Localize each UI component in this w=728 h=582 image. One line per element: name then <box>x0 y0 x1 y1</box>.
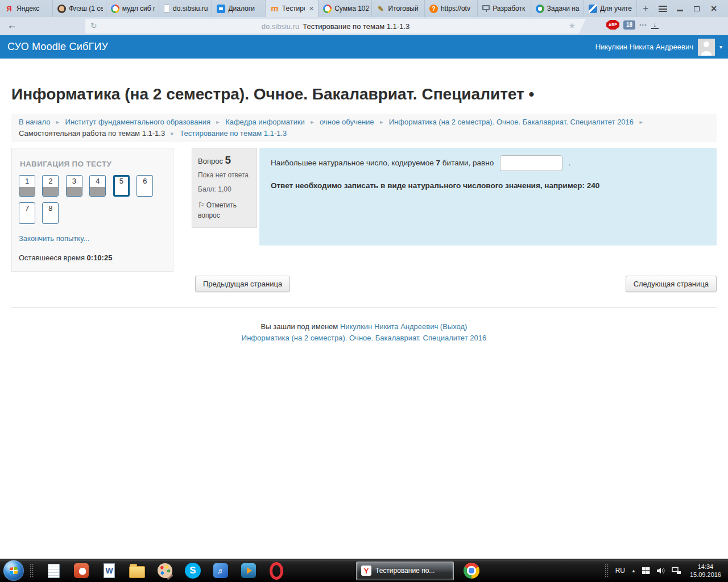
footer-login-line: Вы зашли под именем Никулкин Никита Андр… <box>11 321 717 332</box>
user-name: Никулкин Никита Андреевич <box>595 43 693 51</box>
tab-itogovy[interactable]: Итоговый <box>372 0 425 17</box>
tab-flash[interactable]: Флэш (1 се <box>53 0 106 17</box>
adblock-icon[interactable]: ABP <box>606 20 619 30</box>
show-hidden-icons[interactable]: ▲ <box>631 568 636 573</box>
reload-icon[interactable]: ↻ <box>90 21 97 30</box>
answer-input[interactable] <box>500 155 562 171</box>
taskbar-skype[interactable] <box>184 562 201 579</box>
tab-razrabotka[interactable]: Разработк <box>478 0 531 17</box>
powerpoint-icon <box>74 563 89 578</box>
windows-tray-icon[interactable] <box>642 567 650 574</box>
flag-question-link[interactable]: ⚐Отметить вопрос <box>198 200 251 221</box>
bookmark-star-icon[interactable]: ★ <box>568 21 576 30</box>
teacher-icon <box>589 5 597 13</box>
tab-label: Для учите <box>600 5 634 13</box>
taskbar-media-player[interactable] <box>240 562 257 579</box>
quiz-nav-heading: НАВИГАЦИЯ ПО ТЕСТУ <box>19 155 166 168</box>
quiz-nav-question[interactable]: 6 <box>136 175 153 197</box>
quiz-nav-question[interactable]: 1 <box>19 175 35 197</box>
tab-label: мудл сиб г <box>122 5 156 13</box>
extensions-overflow-icon[interactable]: ... <box>639 19 647 27</box>
breadcrumb-institute[interactable]: Институт фундаментального образования <box>65 118 210 126</box>
breadcrumb-department[interactable]: Кафедра информатики <box>225 118 305 126</box>
pager: Предыдущая страница Следующая страница <box>195 276 717 292</box>
question-text-before: Наибольшее натуральное число, кодируемое <box>271 159 434 167</box>
tab-testing-active[interactable]: Тестиро ✕ <box>266 0 318 17</box>
tab-teacher[interactable]: Для учите <box>584 0 637 17</box>
tab-yandex[interactable]: Яндекс <box>0 0 53 17</box>
breadcrumb-course[interactable]: Информатика (на 2 семестра). Очное. Бака… <box>389 118 634 126</box>
footer-user-link[interactable]: Никулкин Никита Андреевич <box>340 322 438 331</box>
network-icon[interactable] <box>672 567 681 575</box>
question-text-after: битами, равно <box>442 159 494 167</box>
url-field[interactable]: ↻ do.sibsiu.ru Тестирование по темам 1.1… <box>85 19 586 34</box>
restore-button[interactable] <box>688 0 705 17</box>
next-page-button[interactable]: Следующая страница <box>626 276 717 292</box>
question-info-block: Вопрос 5 Пока нет ответа Балл: 1,00 ⚐Отм… <box>192 148 257 228</box>
breadcrumb-quiz[interactable]: Тестирование по темам 1.1-1.3 <box>180 129 287 138</box>
taskbar-music[interactable] <box>212 562 229 579</box>
tab-label: Диалоги <box>228 5 262 13</box>
breadcrumb-section: Самостоятельная работа по темам 1.1-1.3 <box>19 129 165 138</box>
footer-logout-link[interactable]: (Выход) <box>440 322 468 331</box>
tab-close-icon[interactable]: ✕ <box>308 5 315 13</box>
active-task-button[interactable]: Тестирование по... <box>356 562 454 580</box>
question-mark-icon <box>429 5 438 13</box>
google-icon <box>323 5 332 13</box>
footer-course-link[interactable]: Информатика (на 2 семестра). Очное. Бака… <box>242 334 486 342</box>
breadcrumb-home[interactable]: В начало <box>19 118 50 126</box>
tab-dialogs[interactable]: Диалоги <box>212 0 265 17</box>
download-icon[interactable]: ↓ <box>651 21 659 29</box>
extension-badge[interactable]: 18 <box>623 20 635 30</box>
taskbar-opera[interactable] <box>268 562 285 579</box>
tab-summa[interactable]: Сумма 102 <box>318 0 371 17</box>
quiz-nav-buttons: 1 2 3 4 5 6 7 8 <box>19 168 166 224</box>
browser-menu-button[interactable] <box>654 0 671 17</box>
tab-zadachi[interactable]: Задачи на <box>531 0 584 17</box>
windows-logo-icon <box>10 567 18 575</box>
quiz-nav-question[interactable]: 7 <box>19 202 35 224</box>
new-tab-button[interactable]: + <box>637 0 654 17</box>
taskbar: Тестирование по... RU ▲ 14:34 15.09.2016 <box>0 559 728 582</box>
breadcrumb-separator: ► <box>307 119 318 125</box>
back-icon[interactable]: ← <box>7 19 17 31</box>
quiz-nav-question[interactable]: 8 <box>42 202 59 224</box>
site-title[interactable]: СУО Moodle СибГИУ <box>7 41 108 53</box>
start-button[interactable] <box>3 560 24 581</box>
folder-icon <box>129 566 145 578</box>
close-button[interactable]: ✕ <box>705 0 722 17</box>
quiz-nav-question[interactable]: 3 <box>66 175 82 197</box>
language-indicator[interactable]: RU <box>615 567 625 575</box>
taskbar-notepad[interactable] <box>45 562 62 579</box>
previous-page-button[interactable]: Предыдущая страница <box>195 276 290 292</box>
quiz-nav-question[interactable]: 2 <box>42 175 59 197</box>
speaker-icon[interactable] <box>656 567 665 575</box>
tab-label: Сумма 102 <box>334 5 368 13</box>
tab-dosibsiu[interactable]: do.sibsiu.ru <box>159 0 212 17</box>
paint-icon <box>158 563 172 578</box>
taskbar-explorer[interactable] <box>129 562 146 579</box>
tab-label: Яндекс <box>16 5 49 13</box>
taskbar-chrome[interactable] <box>464 563 479 579</box>
taskbar-paint[interactable] <box>156 562 173 579</box>
finish-attempt-link[interactable]: Закончить попытку... <box>19 234 89 243</box>
quiz-nav-question[interactable]: 5 <box>113 175 130 197</box>
quiz-nav-question[interactable]: 4 <box>89 175 106 197</box>
user-menu[interactable]: Никулкин Никита Андреевич ▾ <box>595 39 722 56</box>
footer-course-line: Информатика (на 2 семестра). Очное. Бака… <box>11 332 717 344</box>
taskbar-powerpoint[interactable] <box>73 562 90 579</box>
question-status: Пока нет ответа <box>198 171 251 179</box>
tab-otvet[interactable]: https://otv <box>425 0 478 17</box>
media-player-icon <box>241 563 256 578</box>
clock[interactable]: 14:34 15.09.2016 <box>688 563 723 579</box>
tab-moodle-search[interactable]: мудл сиб г <box>106 0 159 17</box>
restore-icon <box>694 6 700 11</box>
breadcrumb-separator: ► <box>636 119 647 125</box>
taskbar-word[interactable] <box>101 562 118 579</box>
tasks-icon <box>536 5 544 13</box>
system-tray: RU ▲ 14:34 15.09.2016 <box>605 563 728 579</box>
notepad-icon <box>48 564 60 578</box>
footer-login-prefix: Вы зашли под именем <box>261 322 338 331</box>
breadcrumb-mode[interactable]: очное обучение <box>320 118 374 126</box>
minimize-button[interactable] <box>671 0 688 17</box>
